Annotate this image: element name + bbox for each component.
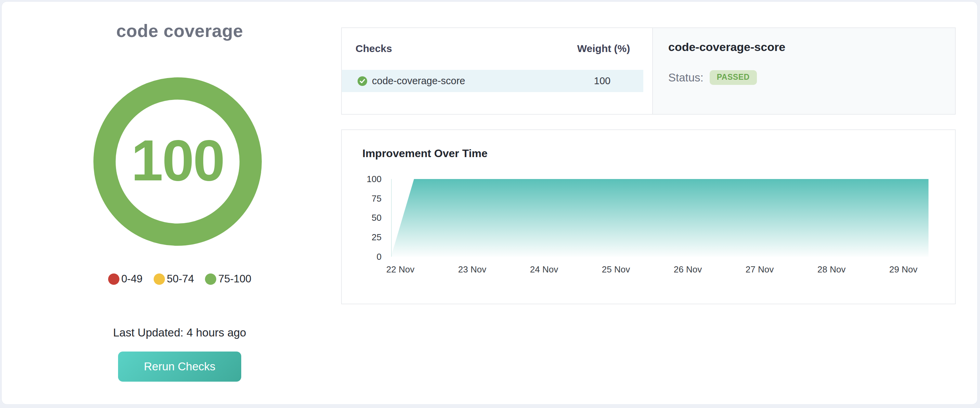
check-circle-icon [358, 76, 367, 86]
table-row[interactable]: code-coverage-score 100 [342, 70, 643, 92]
area-series [391, 179, 929, 257]
legend-label: 75-100 [218, 273, 251, 285]
check-name: code-coverage-score [372, 75, 465, 87]
legend-item-high: 75-100 [205, 273, 251, 285]
x-tick-label: 22 Nov [373, 264, 428, 275]
checks-table-header: Checks Weight (%) [342, 41, 652, 56]
checks-column-header: Checks [342, 43, 563, 54]
x-tick-label: 28 Nov [804, 264, 859, 275]
dashboard-card: code coverage 100 0-49 50-74 75-100 Last… [2, 2, 978, 405]
y-tick-label: 75 [342, 194, 382, 203]
status-row: Status: PASSED [668, 70, 757, 85]
x-tick-label: 27 Nov [732, 264, 787, 275]
x-tick-label: 24 Nov [517, 264, 571, 275]
weight-column-header: Weight (%) [563, 43, 645, 54]
y-tick-label: 50 [342, 213, 382, 222]
score-legend: 0-49 50-74 75-100 [2, 273, 358, 285]
last-updated-text: Last Updated: 4 hours ago [2, 326, 358, 339]
chart-y-axis: 100 75 50 25 0 [342, 130, 382, 305]
legend-label: 50-74 [167, 273, 194, 285]
legend-item-mid: 50-74 [154, 273, 194, 285]
improvement-chart-card: Improvement Over Time 100 75 50 25 0 [341, 129, 956, 304]
x-tick-label: 29 Nov [876, 264, 931, 275]
check-weight-cell: 100 [561, 75, 643, 87]
checks-table-card: Checks Weight (%) code-coverage-score 10… [341, 27, 653, 115]
chart-plot-area [391, 179, 929, 257]
y-tick-label: 0 [342, 252, 382, 261]
x-tick-label: 25 Nov [589, 264, 643, 275]
score-gauge: 100 [94, 77, 262, 246]
yellow-dot-icon [154, 274, 165, 285]
gauge-panel: code coverage 100 0-49 50-74 75-100 Last… [2, 2, 340, 405]
status-panel-title: code-coverage-score [668, 40, 785, 54]
page-title: code coverage [2, 21, 358, 41]
red-dot-icon [108, 274, 119, 285]
check-name-cell: code-coverage-score [342, 75, 561, 87]
score-value: 100 [94, 77, 262, 246]
y-tick-label: 25 [342, 233, 382, 242]
legend-label: 0-49 [121, 273, 143, 285]
x-tick-label: 26 Nov [660, 264, 715, 275]
x-tick-label: 23 Nov [445, 264, 500, 275]
legend-item-low: 0-49 [108, 273, 143, 285]
green-dot-icon [205, 274, 216, 285]
rerun-checks-button[interactable]: Rerun Checks [118, 352, 241, 382]
area-chart-icon [391, 179, 929, 257]
status-label: Status: [668, 71, 703, 84]
status-badge: PASSED [710, 70, 757, 85]
y-tick-label: 100 [342, 175, 382, 183]
status-panel: code-coverage-score Status: PASSED [652, 27, 956, 115]
